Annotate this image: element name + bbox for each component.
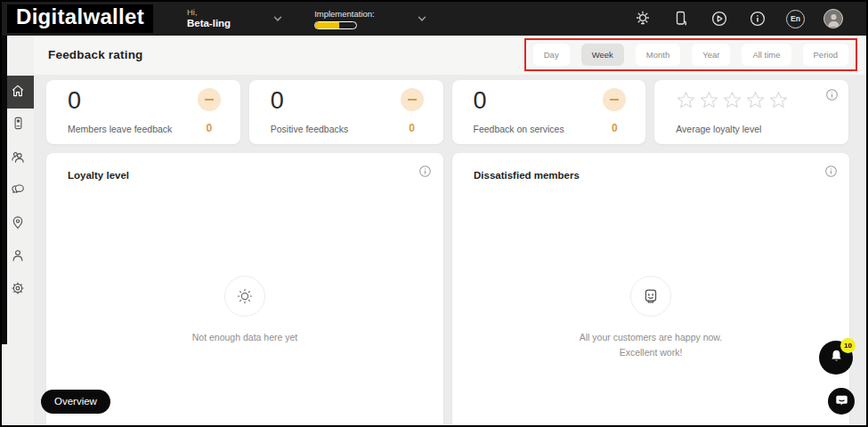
person-icon xyxy=(10,247,26,267)
period-tabs-annotation: Day Week Month Year All time Period xyxy=(524,38,857,71)
empty-message-line1: All your customers are happy now. xyxy=(580,330,723,345)
support-chat-button[interactable] xyxy=(828,388,855,415)
user-greeting[interactable]: Hi, Beta-ling xyxy=(187,8,231,29)
implementation-progress-bar xyxy=(314,21,357,29)
info-icon[interactable] xyxy=(748,9,767,28)
stat-delta: 0 xyxy=(206,122,212,134)
implementation-progress-fill xyxy=(315,22,339,28)
neutral-trend-icon xyxy=(198,88,221,111)
stat-label: Feedback on services xyxy=(474,124,564,134)
stat-card-average-loyalty: Average loyalty level xyxy=(654,80,848,144)
empty-message: Not enough data here yet xyxy=(192,330,298,345)
mobile-device-icon[interactable] xyxy=(671,9,691,28)
language-label: En xyxy=(791,14,800,23)
implementation-progress[interactable]: Implementation: xyxy=(314,9,375,29)
topbar: Digitalwallet Hi, Beta-ling Implementati… xyxy=(2,2,866,36)
members-icon xyxy=(10,149,26,168)
stat-label: Average loyalty level xyxy=(676,124,789,134)
greeting-hi: Hi, xyxy=(187,8,231,18)
star-icon xyxy=(745,90,766,114)
neutral-trend-icon xyxy=(603,88,626,111)
greeting-name: Beta-ling xyxy=(187,18,231,29)
info-icon[interactable] xyxy=(824,165,838,181)
happy-face-icon xyxy=(630,276,671,317)
dissatisfied-members-panel: Dissatisfied members All your customers … xyxy=(452,153,849,427)
stat-value: 0 xyxy=(271,88,349,113)
panel-title: Dissatisfied members xyxy=(474,170,580,181)
dissatisfied-empty-state: All your customers are happy now. Excell… xyxy=(452,276,849,361)
implementation-chevron-down-icon[interactable] xyxy=(416,12,428,25)
page-title: Feedback rating xyxy=(48,48,143,61)
language-switcher[interactable]: En xyxy=(786,10,805,28)
location-pin-icon xyxy=(10,214,26,234)
neutral-trend-icon xyxy=(401,88,424,111)
overview-button[interactable]: Overview xyxy=(41,390,110,414)
idea-lightbulb-icon[interactable] xyxy=(633,9,653,28)
left-scrollbar[interactable] xyxy=(2,36,7,344)
tab-year[interactable]: Year xyxy=(692,44,730,66)
info-icon[interactable] xyxy=(825,88,839,105)
stat-delta: 0 xyxy=(409,122,415,134)
star-icon xyxy=(722,90,742,114)
stat-value: 0 xyxy=(68,88,172,113)
stat-card-members-feedback: 0 Members leave feedback 0 xyxy=(46,80,240,144)
loyalty-level-panel: Loyalty level Not enough data here yet xyxy=(46,153,443,427)
stat-cards-row: 0 Members leave feedback 0 0 Positive fe… xyxy=(46,80,848,144)
chats-icon xyxy=(10,181,26,201)
gear-icon xyxy=(10,280,26,300)
star-icon xyxy=(699,90,719,114)
stat-card-positive-feedbacks: 0 Positive feedbacks 0 xyxy=(249,80,443,144)
loyalty-empty-state: Not enough data here yet xyxy=(46,276,443,345)
tab-week[interactable]: Week xyxy=(581,44,624,66)
notifications-button[interactable]: 10 xyxy=(819,341,853,375)
implementation-label: Implementation: xyxy=(314,9,375,19)
profile-avatar[interactable] xyxy=(823,9,843,28)
tab-period[interactable]: Period xyxy=(803,44,848,66)
stat-label: Positive feedbacks xyxy=(271,124,349,134)
topbar-actions: En xyxy=(633,9,843,28)
sun-icon xyxy=(224,276,265,317)
home-icon xyxy=(10,83,26,102)
app-logo[interactable]: Digitalwallet xyxy=(7,4,153,33)
stat-card-feedback-services: 0 Feedback on services 0 xyxy=(452,80,646,144)
star-icon xyxy=(768,90,789,114)
stat-label: Members leave feedback xyxy=(68,124,172,134)
tab-month[interactable]: Month xyxy=(636,44,680,66)
stat-delta: 0 xyxy=(612,122,618,134)
star-icon xyxy=(676,90,696,114)
star-rating xyxy=(676,90,789,114)
panel-title: Loyalty level xyxy=(68,170,129,181)
empty-message-line2: Excellent work! xyxy=(580,345,723,360)
terminal-icon xyxy=(11,116,26,134)
chat-messenger-icon xyxy=(834,392,849,411)
user-chevron-down-icon[interactable] xyxy=(272,12,284,25)
stat-value: 0 xyxy=(474,88,564,113)
tab-all-time[interactable]: All time xyxy=(742,44,791,66)
page-header: Feedback rating Day Week Month Year All … xyxy=(34,36,866,75)
notification-count-badge: 10 xyxy=(840,338,856,353)
empty-message: All your customers are happy now. Excell… xyxy=(580,330,723,361)
tab-day[interactable]: Day xyxy=(533,44,570,66)
app-window: Digitalwallet Hi, Beta-ling Implementati… xyxy=(0,0,868,427)
info-icon[interactable] xyxy=(418,165,432,181)
video-play-icon[interactable] xyxy=(710,9,729,28)
